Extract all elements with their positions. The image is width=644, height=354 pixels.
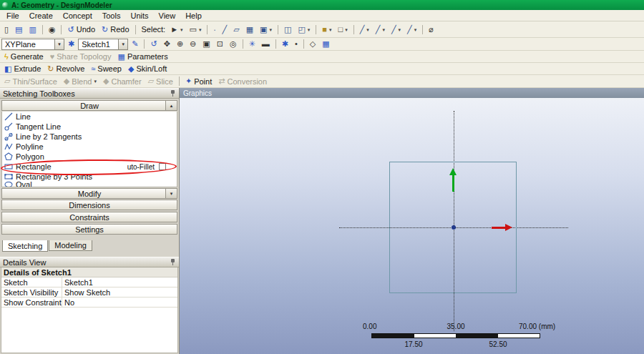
scroll-down-icon[interactable]: ▼ (165, 189, 177, 198)
tool-line-by-2-tangents[interactable]: Line by 2 Tangents (2, 132, 177, 142)
selection-mode-button[interactable]: ◫ (281, 24, 294, 36)
point-display-button[interactable]: • (292, 38, 301, 50)
menu-units[interactable]: Units (125, 11, 153, 21)
save-button[interactable]: ▤ (12, 24, 25, 36)
tool-oval[interactable]: Oval (2, 182, 177, 187)
rotate-view-button[interactable]: ↺ (147, 38, 160, 50)
modify-section-header[interactable]: Modify ▼ (1, 188, 177, 199)
tool-tangent-line[interactable]: Tangent Line (2, 122, 177, 132)
origin-point[interactable] (452, 225, 456, 230)
filter-faces-button[interactable]: ▱ (230, 24, 242, 36)
thin-surface-button[interactable]: ▱Thin/Surface (1, 75, 60, 87)
menu-help[interactable]: Help (180, 11, 207, 21)
details-row-value[interactable]: Show Sketch (62, 287, 177, 298)
menu-file[interactable]: File (1, 11, 24, 21)
select-cursor-button[interactable]: ►▾ (167, 24, 185, 36)
undo-button[interactable]: ↺Undo (64, 24, 98, 36)
ruler-icon: ▬ (262, 40, 270, 48)
extend-selection-button[interactable]: ▣▾ (257, 24, 275, 36)
cross-section-button[interactable]: ⌀ (426, 24, 436, 36)
draw-section-header[interactable]: Draw ▲ (1, 100, 177, 111)
menu-concept[interactable]: Concept (58, 11, 97, 21)
constraints-section-header[interactable]: Constraints (1, 212, 177, 222)
menu-tools[interactable]: Tools (97, 11, 126, 21)
chevron-down-icon[interactable]: ▼ (118, 39, 127, 49)
thin-surface-icon: ▱ (4, 77, 10, 85)
blend-button[interactable]: ◆Blend▾ (61, 75, 99, 87)
filter-edges-button[interactable]: ╱ (220, 24, 230, 36)
pin-icon[interactable] (170, 89, 176, 97)
plane-select[interactable]: XYPlane▼ (1, 39, 64, 50)
image-capture-button[interactable]: ◉ (46, 24, 59, 36)
pin-icon[interactable] (170, 258, 176, 266)
view-option-button[interactable]: ◇ (307, 38, 318, 50)
slice-button[interactable]: ▱Slice (145, 75, 176, 87)
constraints-section-label: Constraints (69, 213, 109, 222)
magnifier-button[interactable]: ◎ (227, 38, 240, 50)
edge-display-3-button[interactable]: ╱▾ (389, 24, 404, 36)
graphics-canvas[interactable]: 0.00 35.00 70.00 (mm) 17.50 52.50 (180, 98, 644, 354)
generate-button[interactable]: ϟGenerate (1, 51, 47, 63)
look-at-button[interactable]: ✱ (279, 38, 291, 50)
save-all-button[interactable]: ▥ (26, 24, 39, 36)
tool-polyline-label: Polyline (16, 142, 44, 151)
redo-button[interactable]: ↻Redo (99, 24, 132, 36)
sweep-button[interactable]: ≈Sweep (88, 63, 125, 75)
filter-bodies-button[interactable]: ▦ (243, 24, 256, 36)
chamfer-button[interactable]: ◆Chamfer (100, 75, 145, 87)
outline-color-button[interactable]: □▾ (335, 24, 350, 36)
save-icon: ▤ (15, 26, 22, 34)
zoom-fit-button[interactable]: ⊡ (214, 38, 226, 50)
selection-mode-2-button[interactable]: ◰▾ (295, 24, 313, 36)
details-row-value[interactable]: No (62, 298, 177, 308)
x-axis-arrow[interactable] (492, 227, 505, 229)
sweep-label: Sweep (97, 64, 122, 73)
settings-section-header[interactable]: Settings (1, 224, 177, 235)
fill-color-button[interactable]: ■▾ (319, 24, 334, 36)
box-zoom-button[interactable]: ▣ (200, 38, 213, 50)
edge-display-4-button[interactable]: ╱▾ (404, 24, 419, 36)
auto-fillet-checkbox[interactable] (159, 163, 166, 170)
skin-loft-button[interactable]: ◆Skin/Loft (125, 63, 170, 75)
separator (303, 39, 304, 49)
new-sketch-button[interactable]: ✎ (129, 38, 141, 50)
point-button[interactable]: ✦Point (182, 75, 215, 87)
share-topology-button[interactable]: ♥Share Topology (47, 51, 114, 63)
tool-line[interactable]: Line (2, 112, 177, 122)
conversion-button[interactable]: ⇄Conversion (215, 75, 270, 87)
scroll-up-icon[interactable]: ▲ (165, 101, 177, 110)
zoom-in-button[interactable]: ⊕ (174, 38, 186, 50)
box-select-button[interactable]: ▭▾ (187, 24, 205, 36)
tool-rectangle-by-3-points[interactable]: Rectangle by 3 Points (2, 172, 177, 182)
sketch-select[interactable]: Sketch1▼ (78, 39, 128, 50)
separator (316, 25, 316, 34)
pan-button[interactable]: ✥ (161, 38, 173, 50)
dimensions-section-header[interactable]: Dimensions (1, 200, 177, 210)
menubar: File Create Concept Tools Units View Hel… (0, 10, 644, 21)
display-model-button[interactable]: ▦ (319, 38, 332, 50)
ruler-toggle-button[interactable]: ▬ (259, 38, 273, 50)
dimensions-section-label: Dimensions (69, 201, 109, 210)
extrude-button[interactable]: ◧Extrude (1, 63, 44, 75)
generate-label: Generate (11, 52, 44, 61)
tool-polyline[interactable]: Polyline (2, 142, 177, 152)
plane-normal-button[interactable]: ✱ (65, 38, 77, 50)
chevron-down-icon[interactable]: ▼ (54, 39, 64, 49)
zoom-out-button[interactable]: ⊖ (187, 38, 199, 50)
tool-polygon[interactable]: Polygon (2, 152, 177, 162)
extrude-label: Extrude (14, 64, 41, 73)
filter-vertices-button[interactable]: ∙ (210, 24, 218, 36)
menu-view[interactable]: View (154, 11, 181, 21)
triad-button[interactable]: ✳ (246, 38, 258, 50)
edge-display-2-button[interactable]: ╱▾ (373, 24, 388, 36)
new-document-button[interactable]: ▯ (1, 24, 11, 36)
parameters-button[interactable]: ▦Parameters (114, 51, 170, 63)
menu-create[interactable]: Create (24, 11, 58, 21)
details-row-value[interactable]: Sketch1 (62, 277, 177, 287)
y-axis-arrow[interactable] (452, 175, 454, 192)
tab-sketching[interactable]: Sketching (2, 240, 48, 252)
revolve-button[interactable]: ↻Revolve (44, 63, 87, 75)
tab-modeling[interactable]: Modeling (49, 240, 92, 251)
tool-rectangle[interactable]: Rectangle uto-Fillet (2, 162, 177, 172)
edge-display-1-button[interactable]: ╱▾ (357, 24, 372, 36)
